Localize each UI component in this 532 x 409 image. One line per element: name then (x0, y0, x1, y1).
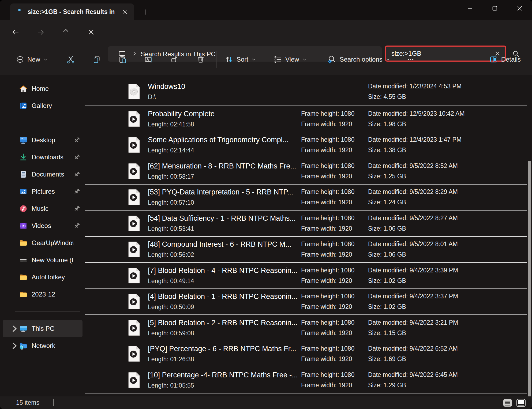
date-size-meta-line: Date modified: 12/5/2023 10:42 AM (368, 110, 527, 117)
file-row[interactable]: [PYQ] Percentage - 6 - RRB NTPC Maths Fr… (85, 341, 527, 367)
file-date-size: Date modified: 9/5/2022 8:27 AMSize: 1.0… (368, 215, 527, 232)
frame-meta-line: Frame width: 1920 (301, 355, 368, 363)
file-row[interactable]: [5] Blood Relation - 2 - RRB NTPC Reason… (85, 315, 527, 341)
large-icons-view-toggle[interactable] (516, 399, 526, 407)
rename-icon (144, 55, 153, 64)
close-window-button[interactable] (507, 0, 532, 17)
sidebar-expand-slot[interactable] (10, 324, 19, 333)
vertical-scrollbar[interactable] (528, 161, 531, 406)
file-row[interactable]: [62] Mensuration - 8 - RRB NTPC Maths Fr… (85, 158, 527, 185)
file-row[interactable]: Windows10 D:\ Date modified: 1/23/2024 4… (85, 78, 527, 106)
file-row[interactable]: [10] Percentage -4- RRB NTPC Maths Free … (85, 367, 527, 393)
file-title: [62] Mensuration - 8 - RRB NTPC Maths Fr… (148, 162, 301, 170)
up-button[interactable] (57, 24, 74, 41)
status-separator (53, 399, 54, 406)
sidebar-item-home[interactable]: Home (3, 80, 83, 97)
file-row[interactable]: [7] Blood Relation - 4 - RRB NTPC Reason… (85, 263, 527, 289)
search-options-button[interactable]: Search options (324, 52, 393, 67)
tab-favicon-icon (18, 9, 21, 11)
maximize-button[interactable] (482, 0, 507, 17)
frame-meta-line: Frame height: 1080 (301, 267, 368, 274)
file-row[interactable]: Probability Complete Length: 02:41:58 Fr… (85, 106, 527, 132)
close-icon (122, 9, 128, 15)
video-file-icon (128, 372, 140, 388)
new-button[interactable]: New (13, 53, 51, 66)
sidebar-item-desktop[interactable]: Desktop (3, 132, 83, 149)
file-title: [PYQ] Percentage - 6 - RRB NTPC Maths Fr… (148, 345, 301, 353)
sidebar-item-gallery[interactable]: Gallery (3, 97, 83, 114)
new-label: New (27, 56, 40, 63)
file-subtitle: Length: 00:57:10 (148, 199, 301, 206)
file-subtitle: Length: 00:56:02 (148, 251, 301, 258)
copy-button[interactable] (88, 51, 105, 68)
sidebar-item-documents[interactable]: Documents (3, 166, 83, 183)
sidebar-separator (0, 303, 85, 320)
video-file-icon (128, 294, 140, 310)
file-row[interactable]: [54] Data Sufficiency - 1 - RRB NTPC Mat… (85, 211, 527, 237)
details-pane-button[interactable]: Details (486, 52, 524, 66)
file-row[interactable]: [48] Compound Interest - 6 - RRB NTPC M.… (85, 237, 527, 263)
sidebar-item-music[interactable]: Music (3, 200, 83, 217)
sort-button[interactable]: Sort (222, 52, 259, 66)
more-options-button[interactable] (404, 51, 417, 68)
sidebar-item-gearupwindows-yo[interactable]: GearUpWindows Yo (3, 234, 83, 252)
gallery-icon (19, 102, 28, 110)
file-row[interactable]: [4] Blood Relation - 1 - RRB NTPC Reason… (85, 289, 527, 315)
date-size-meta-line: Size: 4.55 GB (368, 93, 527, 100)
back-button[interactable] (7, 24, 24, 41)
details-view-toggle[interactable] (503, 399, 513, 407)
file-explorer-window: size:>1GB - Search Results in Th (0, 0, 532, 409)
status-bar: 15 items (0, 396, 532, 409)
forward-arrow-icon (37, 28, 45, 36)
frame-meta-line: Frame width: 1920 (301, 277, 368, 284)
downloads-icon (19, 153, 28, 162)
sidebar-item-autohotkey[interactable]: AutoHotkey (3, 269, 83, 286)
search-options-icon (327, 55, 336, 64)
command-toolbar: New Sort View (0, 44, 532, 75)
frame-meta-line: Frame width: 1920 (301, 147, 368, 154)
sidebar-item-2023-12[interactable]: 2023-12 (3, 286, 83, 303)
tab-close-button[interactable] (119, 6, 130, 17)
chevron-down-icon (252, 57, 256, 62)
share-button[interactable] (166, 51, 183, 68)
date-size-meta-line: Size: 1.06 GB (368, 225, 527, 232)
sidebar-item-this-pc[interactable]: This PC (3, 320, 83, 337)
file-row[interactable]: Some Applications of Trigonometry Compl.… (85, 132, 527, 159)
paste-button[interactable] (114, 51, 131, 68)
sidebar-expand-slot[interactable] (10, 342, 19, 350)
rename-button[interactable] (140, 51, 157, 68)
sidebar-item-label: Videos (32, 222, 73, 230)
sidebar-item-network[interactable]: Network (3, 337, 83, 354)
file-list: Windows10 D:\ Date modified: 1/23/2024 4… (85, 78, 527, 396)
forward-button[interactable] (32, 24, 49, 41)
file-frame-info: Frame height: 1080Frame width: 1920 (301, 345, 368, 363)
sidebar-item-pictures[interactable]: Pictures (3, 183, 83, 200)
drive-icon (19, 256, 28, 264)
date-size-meta-line: Size: 1.25 GB (368, 173, 527, 180)
sidebar-item-new-volume-d[interactable]: New Volume (D:) (3, 252, 83, 269)
frame-meta-line: Frame width: 1920 (301, 303, 368, 310)
minimize-button[interactable] (457, 0, 482, 17)
back-arrow-icon (12, 28, 20, 36)
view-button[interactable]: View (270, 52, 310, 66)
file-frame-info: Frame height: 1080Frame width: 1920 (301, 136, 368, 154)
new-tab-button[interactable] (139, 7, 151, 17)
file-date-size: Date modified: 9/4/2022 3:39 PMSize: 1.0… (368, 267, 527, 284)
cut-button[interactable] (62, 51, 79, 68)
frame-meta-line: Frame width: 1920 (301, 382, 368, 389)
file-subtitle: Length: 00:58:17 (148, 173, 301, 180)
file-subtitle: Length: 02:41:58 (148, 121, 301, 128)
pictures-icon (19, 187, 28, 196)
sidebar-item-downloads[interactable]: Downloads (3, 149, 83, 166)
file-row[interactable]: [53] PYQ-Data Interpretation - 5 - RRB N… (85, 185, 527, 211)
date-size-meta-line: Date modified: 9/4/2022 3:37 PM (368, 293, 527, 300)
file-date-size: Date modified: 9/5/2022 8:01 AMSize: 1.0… (368, 241, 527, 258)
video-file-icon (128, 241, 140, 257)
sidebar-item-videos[interactable]: Videos (3, 217, 83, 234)
date-size-meta-line: Size: 1.29 GB (368, 382, 527, 389)
explorer-tab[interactable]: size:>1GB - Search Results in Th (10, 3, 134, 20)
file-title: [54] Data Sufficiency - 1 - RRB NTPC Mat… (148, 214, 301, 223)
sidebar-separator (0, 114, 85, 132)
delete-button[interactable] (192, 51, 209, 68)
stop-refresh-button[interactable] (83, 24, 100, 41)
